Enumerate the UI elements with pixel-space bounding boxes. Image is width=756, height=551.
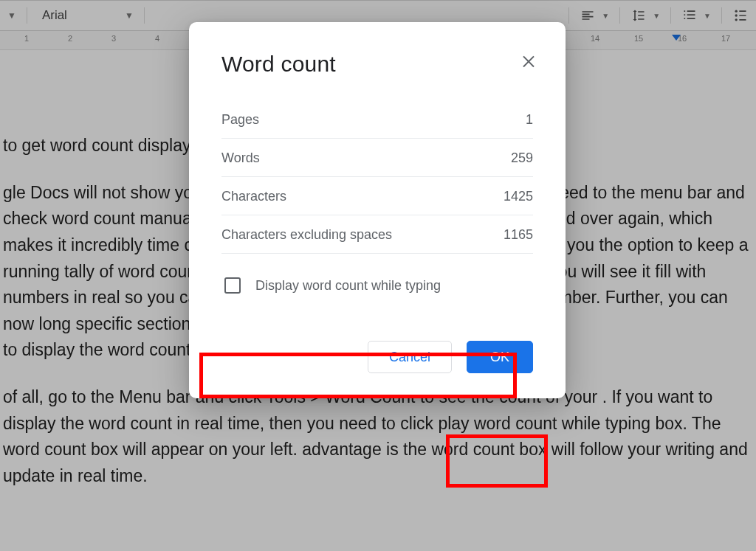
- toolbar-separator: [670, 7, 671, 24]
- stat-value: 1425: [504, 189, 533, 204]
- stat-label: Characters excluding spaces: [221, 227, 392, 243]
- svg-point-2: [735, 18, 738, 21]
- toolbar-separator: [144, 7, 145, 24]
- stat-value: 1165: [504, 227, 533, 243]
- chevron-down-icon[interactable]: ▼: [704, 12, 711, 20]
- stats-list: Pages 1 Words 259 Characters 1425 Charac…: [221, 100, 533, 254]
- stat-row-characters-no-spaces: Characters excluding spaces 1165: [221, 215, 533, 254]
- dialog-buttons: Cancel OK: [221, 341, 533, 373]
- chevron-down-icon[interactable]: ▼: [653, 12, 660, 20]
- line-spacing-icon[interactable]: [630, 7, 647, 24]
- indent-marker-icon[interactable]: [672, 35, 681, 41]
- toolbar-separator: [721, 7, 722, 24]
- toolbar-separator: [568, 7, 569, 24]
- svg-point-1: [735, 14, 738, 16]
- stat-row-characters: Characters 1425: [221, 177, 533, 215]
- toolbar-separator: [27, 7, 27, 24]
- numbered-list-icon[interactable]: [681, 7, 698, 24]
- bulleted-list-icon[interactable]: [732, 7, 749, 24]
- svg-point-0: [735, 10, 738, 13]
- display-while-typing-row[interactable]: Display word count while typing: [221, 273, 533, 298]
- chevron-down-icon[interactable]: ▼: [602, 12, 609, 20]
- stat-value: 1: [526, 112, 533, 128]
- chevron-down-icon[interactable]: ▼: [125, 10, 134, 21]
- align-icon[interactable]: [580, 7, 596, 24]
- ok-button[interactable]: OK: [467, 341, 533, 373]
- word-count-dialog: Word count Pages 1 Words 259 Characters …: [189, 22, 566, 398]
- cancel-button[interactable]: Cancel: [368, 341, 452, 373]
- stat-label: Characters: [221, 189, 286, 204]
- checkbox[interactable]: [224, 277, 241, 294]
- paragraph: of all, go to the Menu bar and click Too…: [3, 384, 753, 490]
- stat-row-pages: Pages 1: [221, 100, 533, 139]
- dialog-title: Word count: [221, 52, 533, 77]
- font-name[interactable]: Arial: [38, 8, 119, 23]
- stat-label: Pages: [221, 112, 259, 128]
- close-icon[interactable]: [520, 52, 537, 69]
- stat-row-words: Words 259: [221, 139, 533, 177]
- stat-label: Words: [221, 150, 260, 166]
- toolbar-separator: [619, 7, 620, 24]
- checkbox-label: Display word count while typing: [255, 278, 441, 294]
- chevron-down-icon[interactable]: ▼: [7, 10, 16, 21]
- stat-value: 259: [511, 150, 533, 166]
